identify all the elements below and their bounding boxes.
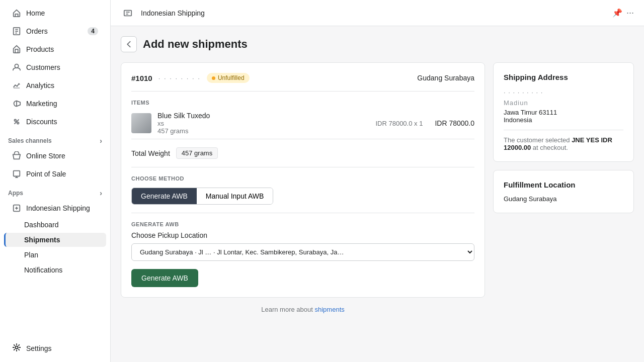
order-card: #1010 · · · · · · · · Unfulfilled Gudang… bbox=[121, 62, 485, 298]
shipping-address-card: Shipping Address · · · · · · · · · Madiu… bbox=[493, 62, 634, 162]
method-toggle: Generate AWB Manual Input AWB bbox=[131, 188, 273, 205]
generate-awb-label: GENERATE AWB bbox=[131, 221, 474, 227]
method-label: CHOOSE METHOD bbox=[131, 175, 474, 182]
marketing-icon bbox=[12, 99, 21, 108]
svg-point-2 bbox=[15, 64, 18, 68]
sidebar-item-customers[interactable]: Customers bbox=[4, 59, 106, 76]
svg-rect-9 bbox=[124, 10, 131, 16]
item-price: IDR 78000.0 x 1 bbox=[375, 120, 423, 127]
sidebar-item-indonesian-shipping[interactable]: Indonesian Shipping bbox=[4, 200, 106, 217]
apps-chevron[interactable]: › bbox=[100, 189, 102, 197]
sidebar-item-products[interactable]: Products bbox=[4, 41, 106, 58]
apps-title: Apps bbox=[8, 190, 23, 197]
apps-section: Apps › bbox=[0, 183, 110, 199]
svg-point-5 bbox=[17, 122, 19, 124]
settings-label: Settings bbox=[26, 344, 52, 352]
status-dot bbox=[212, 76, 215, 80]
item-info: Blue Silk Tuxedo xs 457 grams bbox=[157, 112, 369, 135]
manual-input-method-btn[interactable]: Manual Input AWB bbox=[197, 188, 273, 204]
pickup-location-select[interactable]: Gudang Surabaya · Jl … · Jl Lontar, Kec.… bbox=[131, 243, 474, 261]
more-icon[interactable]: ··· bbox=[626, 8, 634, 18]
home-icon bbox=[12, 9, 21, 18]
order-id-blur: · · · · · · · · bbox=[158, 74, 201, 82]
analytics-icon bbox=[12, 81, 21, 90]
order-location: Gudang Surabaya bbox=[417, 74, 474, 82]
item-row: Blue Silk Tuxedo xs 457 grams IDR 78000.… bbox=[131, 112, 474, 135]
left-column: #1010 · · · · · · · · Unfulfilled Gudang… bbox=[121, 62, 485, 321]
fulfillment-location: Gudang Surabaya bbox=[504, 195, 623, 203]
generate-awb-section: GENERATE AWB Choose Pickup Location Guda… bbox=[131, 213, 474, 287]
sidebar-item-orders-label: Orders bbox=[26, 27, 48, 35]
page-title: Add new shipments bbox=[143, 38, 248, 51]
status-badge: Unfulfilled bbox=[207, 73, 250, 83]
sidebar-sub-item-plan[interactable]: Plan bbox=[4, 248, 106, 262]
svg-rect-3 bbox=[14, 88, 20, 88]
notifications-label: Notifications bbox=[24, 266, 62, 274]
pos-label: Point of Sale bbox=[26, 170, 66, 178]
item-name: Blue Silk Tuxedo bbox=[157, 112, 369, 120]
sidebar-sub-item-shipments[interactable]: Shipments bbox=[4, 233, 106, 247]
item-variant: xs bbox=[157, 120, 369, 127]
dashboard-label: Dashboard bbox=[24, 221, 59, 229]
generate-awb-button[interactable]: Generate AWB bbox=[131, 269, 198, 287]
orders-badge: 4 bbox=[88, 27, 98, 35]
fulfillment-title: Fulfillment Location bbox=[504, 180, 623, 189]
content-grid: #1010 · · · · · · · · Unfulfilled Gudang… bbox=[121, 62, 634, 321]
pickup-location-label: Choose Pickup Location bbox=[131, 231, 474, 239]
back-button[interactable] bbox=[121, 36, 137, 52]
online-store-label: Online Store bbox=[26, 152, 65, 160]
shipping-address-title: Shipping Address bbox=[504, 73, 623, 81]
topbar: Indonesian Shipping 📌 ··· bbox=[111, 0, 644, 26]
topbar-app-icon bbox=[121, 6, 135, 20]
svg-rect-6 bbox=[14, 171, 20, 176]
sidebar-item-discounts-label: Discounts bbox=[26, 118, 57, 126]
sidebar-item-analytics[interactable]: Analytics bbox=[4, 77, 106, 94]
sales-channels-chevron[interactable]: › bbox=[100, 137, 102, 145]
products-icon bbox=[12, 45, 21, 54]
discounts-icon bbox=[12, 117, 21, 126]
sidebar-item-marketing-label: Marketing bbox=[26, 100, 57, 108]
customers-icon bbox=[12, 63, 21, 72]
footer-link[interactable]: shipments bbox=[315, 306, 345, 313]
pin-icon[interactable]: 📌 bbox=[612, 8, 622, 18]
sidebar-item-customers-label: Customers bbox=[26, 63, 60, 71]
sidebar-sub-item-notifications[interactable]: Notifications bbox=[4, 263, 106, 277]
weight-badge: 457 grams bbox=[176, 147, 218, 159]
sidebar-item-home-label: Home bbox=[26, 9, 45, 17]
sidebar-item-pos[interactable]: Point of Sale bbox=[4, 165, 106, 183]
topbar-actions: 📌 ··· bbox=[612, 8, 634, 18]
app-icon bbox=[12, 204, 21, 213]
indonesian-shipping-label: Indonesian Shipping bbox=[26, 204, 90, 212]
order-number: #1010 bbox=[131, 74, 152, 82]
sidebar-item-online-store[interactable]: Online Store bbox=[4, 147, 106, 164]
sidebar-item-marketing[interactable]: Marketing bbox=[4, 95, 106, 112]
settings-icon bbox=[12, 343, 21, 353]
plan-label: Plan bbox=[24, 251, 38, 259]
sidebar-item-products-label: Products bbox=[26, 45, 54, 53]
settings-item[interactable]: Settings bbox=[4, 339, 106, 357]
sidebar-item-orders[interactable]: Orders 4 bbox=[4, 23, 106, 40]
item-total: IDR 78000.0 bbox=[435, 119, 474, 127]
address-city: Jawa Timur 63111 bbox=[504, 109, 623, 116]
sidebar-item-home[interactable]: Home bbox=[4, 5, 106, 22]
right-column: Shipping Address · · · · · · · · · Madiu… bbox=[493, 62, 634, 321]
method-section: CHOOSE METHOD Generate AWB Manual Input … bbox=[131, 167, 474, 205]
sidebar-sub-item-dashboard[interactable]: Dashboard bbox=[4, 218, 106, 232]
jne-suffix: at checkout. bbox=[533, 144, 568, 151]
sidebar-item-discounts[interactable]: Discounts bbox=[4, 113, 106, 130]
generate-awb-method-btn[interactable]: Generate AWB bbox=[132, 188, 197, 204]
svg-point-4 bbox=[15, 120, 17, 122]
fulfillment-card: Fulfillment Location Gudang Surabaya bbox=[493, 170, 634, 213]
weight-label: Total Weight bbox=[131, 149, 170, 157]
sidebar-item-analytics-label: Analytics bbox=[26, 81, 54, 89]
jne-note-text: The customer selected bbox=[504, 136, 570, 144]
item-image-inner bbox=[131, 113, 151, 133]
status-label: Unfulfilled bbox=[218, 74, 245, 81]
main-content: Indonesian Shipping 📌 ··· Add new shipme… bbox=[111, 0, 644, 362]
jne-note: The customer selected JNE YES IDR 12000.… bbox=[504, 130, 623, 151]
pos-icon bbox=[12, 169, 21, 178]
page-content: Add new shipments #1010 · · · · · · · · … bbox=[111, 26, 644, 362]
sales-channels-title: Sales channels bbox=[8, 137, 52, 144]
weight-section: Total Weight 457 grams bbox=[131, 139, 474, 167]
item-image bbox=[131, 113, 151, 133]
